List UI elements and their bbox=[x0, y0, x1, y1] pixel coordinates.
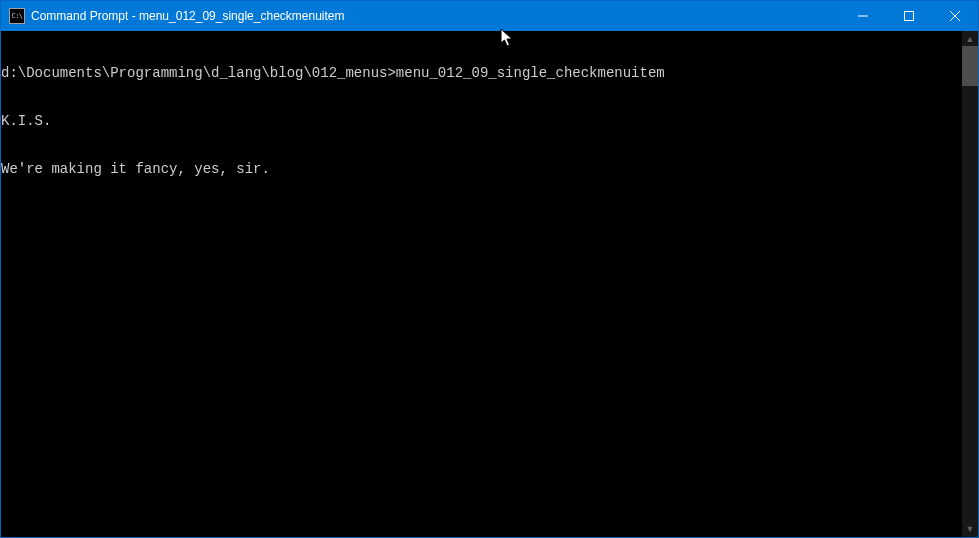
console-line: K.I.S. bbox=[1, 113, 962, 129]
cmd-icon: C:\ bbox=[9, 8, 25, 24]
scroll-thumb[interactable] bbox=[962, 46, 978, 86]
minimize-icon bbox=[858, 11, 868, 21]
vertical-scrollbar[interactable]: ▲ ▼ bbox=[962, 31, 978, 537]
window-controls bbox=[840, 1, 978, 31]
close-icon bbox=[950, 11, 960, 21]
window-title: Command Prompt - menu_012_09_single_chec… bbox=[31, 9, 840, 23]
minimize-button[interactable] bbox=[840, 1, 886, 31]
maximize-button[interactable] bbox=[886, 1, 932, 31]
titlebar[interactable]: C:\ Command Prompt - menu_012_09_single_… bbox=[1, 1, 978, 31]
command-prompt-window: C:\ Command Prompt - menu_012_09_single_… bbox=[0, 0, 979, 538]
close-button[interactable] bbox=[932, 1, 978, 31]
scroll-down-arrow-icon[interactable]: ▼ bbox=[962, 521, 978, 537]
scroll-up-arrow-icon[interactable]: ▲ bbox=[962, 31, 978, 47]
client-area: d:\Documents\Programming\d_lang\blog\012… bbox=[1, 31, 978, 537]
console-line: d:\Documents\Programming\d_lang\blog\012… bbox=[1, 65, 962, 81]
svg-rect-0 bbox=[905, 12, 914, 21]
cmd-icon-text: C:\ bbox=[11, 12, 22, 20]
console-output[interactable]: d:\Documents\Programming\d_lang\blog\012… bbox=[1, 31, 962, 537]
console-line: We're making it fancy, yes, sir. bbox=[1, 161, 962, 177]
maximize-icon bbox=[904, 11, 914, 21]
